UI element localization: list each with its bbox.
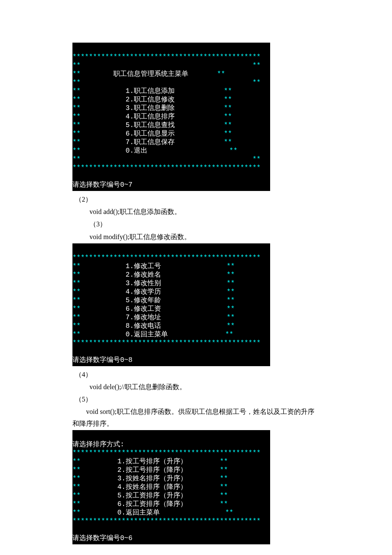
row-right: **	[227, 263, 235, 270]
row-left: **	[72, 322, 81, 330]
row-left: **	[72, 263, 81, 270]
row-left: **	[72, 70, 81, 78]
menu-item: 0.退出	[81, 147, 229, 155]
row-right: **	[252, 156, 260, 163]
row-right: **	[220, 483, 228, 491]
section-number: （3）	[72, 218, 320, 230]
row-right: **	[252, 62, 260, 69]
terminal-main-menu: ****************************************…	[72, 43, 270, 191]
row-right: **	[224, 130, 232, 138]
row-left: **	[72, 271, 81, 279]
row-left: **	[72, 62, 81, 69]
row-left: **	[72, 288, 81, 296]
menu-item: 1.职工信息添加	[81, 87, 224, 95]
border-bottom: ****************************************…	[72, 517, 261, 525]
row-left: **	[72, 475, 81, 483]
row-left: **	[72, 314, 81, 321]
row-right: **	[217, 70, 225, 78]
row-left: **	[72, 147, 81, 155]
row-right: **	[227, 297, 235, 304]
function-desc-modify: void modify();职工信息修改函数。	[72, 231, 320, 243]
row-left: **	[72, 492, 81, 500]
function-desc-add: void add();职工信息添加函数。	[72, 206, 320, 217]
row-right: **	[220, 466, 228, 474]
row-right: **	[227, 322, 235, 330]
menu-item: 4.按姓名排序（降序）	[81, 483, 219, 491]
menu-item: 6.按工资排序（降序）	[81, 500, 219, 508]
terminal-sort-menu: 请选择排序方式: *******************************…	[72, 430, 270, 544]
menu-item: 0.返回主菜单	[81, 331, 225, 338]
menu-item: 2.修改姓名	[81, 271, 226, 279]
row-left: **	[72, 121, 81, 129]
row-left: **	[72, 104, 81, 112]
row-right: **	[224, 139, 232, 146]
menu-title: 职工信息管理系统主菜单	[81, 70, 217, 78]
menu-item: 1.按工号排序（升序）	[81, 458, 219, 465]
menu-item: 7.修改地址	[81, 314, 226, 321]
menu-item: 6.修改工资	[81, 305, 226, 313]
border-top: ****************************************…	[72, 53, 261, 61]
prompt-text: 请选择数字编号0~8	[72, 356, 133, 364]
prompt-text: 请选择数字编号0~7	[72, 181, 133, 189]
row-right: **	[225, 509, 233, 517]
row-right: **	[224, 113, 232, 121]
row-right: **	[220, 458, 228, 465]
menu-item: 1.修改工号	[81, 263, 226, 270]
menu-item: 5.职工信息查找	[81, 121, 224, 129]
menu-item: 3.按姓名排序（升序）	[81, 475, 219, 483]
row-right: **	[229, 147, 237, 155]
function-desc-sort: void sort();职工信息排序函数。供应职工信息根据工号，姓名以及工资的升…	[72, 406, 320, 429]
row-left: **	[72, 280, 81, 287]
row-left: **	[72, 87, 81, 95]
sort-heading: 请选择排序方式:	[72, 441, 124, 448]
row-right: **	[227, 305, 235, 313]
menu-item: 4.职工信息排序	[81, 113, 224, 121]
row-left: **	[72, 156, 81, 163]
menu-item: 2.按工号排序（降序）	[81, 466, 219, 474]
row-right: **	[224, 96, 232, 104]
row-left: **	[72, 113, 81, 121]
border-bottom: ****************************************…	[72, 164, 261, 172]
row-left: **	[72, 305, 81, 313]
row-left: **	[72, 331, 81, 338]
menu-item: 3.修改性别	[81, 280, 226, 287]
row-right: **	[227, 280, 235, 287]
section-number: （2）	[72, 194, 320, 205]
row-right: **	[220, 475, 228, 483]
row-right: **	[224, 104, 232, 112]
section-number: （4）	[72, 369, 320, 380]
menu-item: 7.职工信息保存	[81, 139, 224, 146]
menu-item: 4.修改学历	[81, 288, 226, 296]
row-right: **	[227, 271, 235, 279]
terminal-modify-menu: ****************************************…	[72, 243, 270, 366]
function-desc-dele: void dele();//职工信息删除函数。	[72, 381, 320, 393]
row-left: **	[72, 139, 81, 146]
row-left: **	[72, 79, 81, 87]
border-top: ****************************************…	[72, 254, 261, 262]
menu-item: 0.返回主菜单	[81, 509, 225, 517]
row-left: **	[72, 509, 81, 517]
row-right: **	[227, 288, 235, 296]
row-right: **	[220, 492, 228, 500]
menu-item: 6.职工信息显示	[81, 130, 224, 138]
row-left: **	[72, 466, 81, 474]
row-left: **	[72, 500, 81, 508]
menu-item: 8.修改电话	[81, 322, 226, 330]
row-left: **	[72, 297, 81, 304]
menu-item: 5.修改年龄	[81, 297, 226, 304]
row-right: **	[227, 314, 235, 321]
row-right: **	[252, 79, 260, 87]
section-number: （5）	[72, 393, 320, 405]
menu-item: 5.按工资排序（升序）	[81, 492, 219, 500]
row-left: **	[72, 458, 81, 465]
menu-item: 2.职工信息修改	[81, 96, 224, 104]
row-left: **	[72, 483, 81, 491]
row-left: **	[72, 96, 81, 104]
border-bottom: ****************************************…	[72, 339, 261, 347]
row-left: **	[72, 130, 81, 138]
row-right: **	[224, 87, 232, 95]
prompt-text: 请选择数字编号0~6	[72, 535, 133, 542]
row-right: **	[225, 331, 233, 338]
menu-item: 3.职工信息删除	[81, 104, 224, 112]
row-right: **	[224, 121, 232, 129]
